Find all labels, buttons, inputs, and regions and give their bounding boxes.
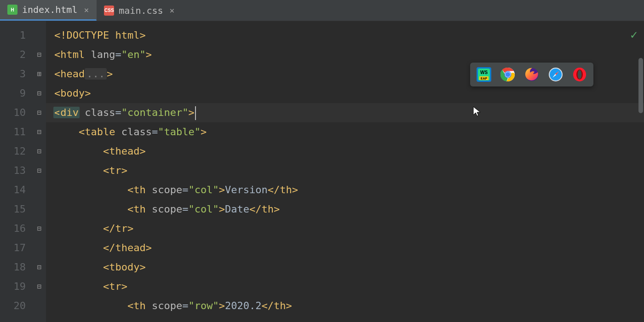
fold-marker bbox=[32, 180, 46, 200]
line-number-gutter[interactable]: 12391011121314151617181920 bbox=[0, 21, 32, 322]
line-number[interactable]: 1 bbox=[0, 26, 32, 45]
text-caret bbox=[195, 106, 196, 120]
line-number[interactable]: 3 bbox=[0, 64, 32, 84]
line-number[interactable]: 12 bbox=[0, 142, 32, 161]
safari-icon[interactable] bbox=[548, 67, 563, 82]
code-line[interactable]: </thead> bbox=[46, 238, 644, 258]
code-line[interactable]: <html lang="en"> bbox=[46, 45, 644, 64]
fold-marker[interactable] bbox=[32, 103, 46, 122]
line-number[interactable]: 16 bbox=[0, 219, 32, 238]
svg-text:EAP: EAP bbox=[481, 77, 488, 80]
tab-label: main.css bbox=[119, 5, 163, 16]
line-number[interactable]: 15 bbox=[0, 200, 32, 219]
svg-point-8 bbox=[506, 72, 511, 77]
fold-marker[interactable] bbox=[32, 161, 46, 180]
line-number[interactable]: 2 bbox=[0, 45, 32, 64]
line-number[interactable]: 19 bbox=[0, 277, 32, 296]
fold-marker[interactable] bbox=[32, 122, 46, 142]
code-line[interactable]: <!DOCTYPE html> bbox=[46, 26, 644, 45]
line-number[interactable]: 14 bbox=[0, 180, 32, 200]
line-number[interactable]: 11 bbox=[0, 122, 32, 142]
close-icon[interactable]: × bbox=[170, 6, 175, 15]
fold-marker[interactable] bbox=[32, 45, 46, 64]
tab-label: index.html bbox=[22, 4, 77, 15]
fold-marker[interactable] bbox=[32, 258, 46, 277]
open-in-browser-toolbar: WSEAP bbox=[470, 63, 593, 86]
code-line[interactable]: <tbody> bbox=[46, 258, 644, 277]
fold-marker[interactable] bbox=[32, 64, 46, 84]
code-line[interactable]: <div class="container"> bbox=[46, 103, 644, 122]
fold-marker[interactable] bbox=[32, 219, 46, 238]
code-line[interactable]: </tr> bbox=[46, 219, 644, 238]
code-line[interactable]: <table class="table"> bbox=[46, 122, 644, 142]
fold-marker bbox=[32, 238, 46, 258]
fold-marker bbox=[32, 200, 46, 219]
code-line[interactable]: <tr> bbox=[46, 161, 644, 180]
code-line[interactable]: <body> bbox=[46, 84, 644, 103]
inspection-ok-icon[interactable]: ✓ bbox=[630, 28, 638, 41]
code-line[interactable]: <th scope="col">Date</th> bbox=[46, 200, 644, 219]
file-type-icon: H bbox=[7, 5, 17, 15]
code-line[interactable]: <th scope="col">Version</th> bbox=[46, 180, 644, 200]
line-number[interactable]: 17 bbox=[0, 238, 32, 258]
file-type-icon: CSS bbox=[104, 6, 114, 16]
opera-icon[interactable] bbox=[572, 67, 587, 82]
webstorm-icon[interactable]: WSEAP bbox=[477, 67, 491, 82]
fold-marker bbox=[32, 296, 46, 316]
code-editor[interactable]: 12391011121314151617181920 <!DOCTYPE htm… bbox=[0, 21, 644, 322]
svg-point-16 bbox=[578, 70, 582, 79]
svg-text:WS: WS bbox=[480, 70, 488, 75]
code-line[interactable]: <tr> bbox=[46, 277, 644, 296]
line-number[interactable]: 20 bbox=[0, 296, 32, 316]
line-number[interactable]: 18 bbox=[0, 258, 32, 277]
fold-marker[interactable] bbox=[32, 277, 46, 296]
close-icon[interactable]: × bbox=[84, 5, 89, 15]
fold-marker bbox=[32, 26, 46, 45]
fold-gutter[interactable] bbox=[32, 21, 46, 322]
line-number[interactable]: 13 bbox=[0, 161, 32, 180]
line-number[interactable]: 10 bbox=[0, 103, 32, 122]
tab-index-html[interactable]: H index.html × bbox=[0, 0, 97, 21]
editor-tab-bar: H index.html × CSS main.css × bbox=[0, 0, 644, 21]
scrollbar-thumb[interactable] bbox=[638, 58, 643, 113]
code-line[interactable]: <th scope="row">2020.2</th> bbox=[46, 296, 644, 316]
code-line[interactable]: <thead> bbox=[46, 142, 644, 161]
fold-marker[interactable] bbox=[32, 142, 46, 161]
firefox-icon[interactable] bbox=[524, 67, 539, 82]
tab-main-css[interactable]: CSS main.css × bbox=[97, 0, 182, 21]
fold-marker[interactable] bbox=[32, 84, 46, 103]
line-number[interactable]: 9 bbox=[0, 84, 32, 103]
chrome-icon[interactable] bbox=[500, 67, 515, 82]
vertical-scrollbar[interactable] bbox=[638, 21, 644, 322]
